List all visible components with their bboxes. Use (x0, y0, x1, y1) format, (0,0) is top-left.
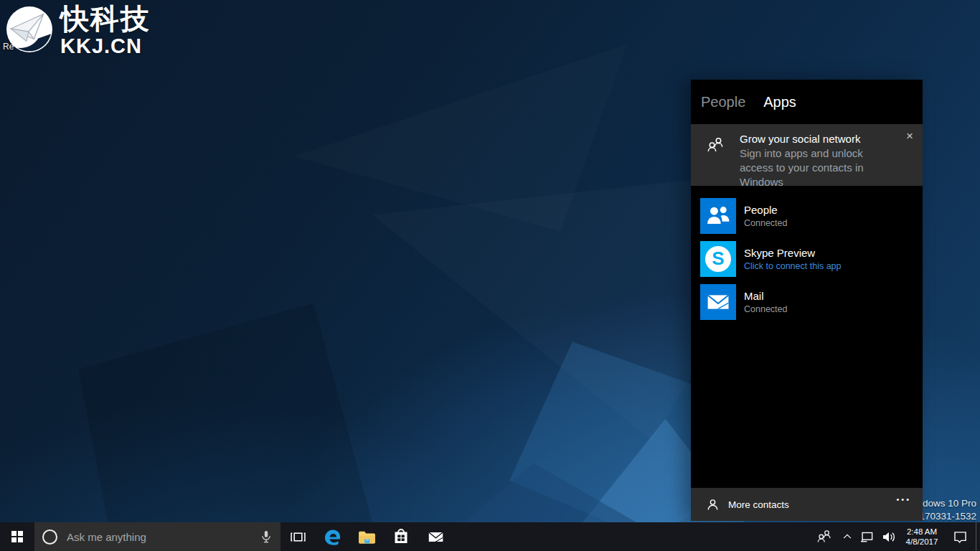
mail-icon (426, 527, 446, 547)
people-silhouettes-icon (704, 202, 732, 230)
brand-title-latin: KKJ.CN (60, 34, 151, 57)
file-explorer-button[interactable] (349, 522, 384, 551)
task-view-icon (289, 528, 307, 546)
grow-network-banner: Grow your social network Sign into apps … (691, 124, 923, 186)
speaker-icon (880, 529, 897, 545)
network-button[interactable] (857, 522, 877, 551)
app-name: Skype Preview (744, 246, 842, 260)
volume-button[interactable] (877, 522, 900, 551)
skype-s-glyph: S (712, 249, 724, 268)
wallpaper-facet (78, 303, 372, 523)
task-view-button[interactable] (281, 522, 315, 551)
taskbar: 2:48 AM 4/8/2017 (0, 522, 980, 551)
clock-time: 2:48 AM (907, 527, 937, 537)
envelope-icon (704, 288, 732, 316)
folder-icon (357, 527, 377, 547)
close-icon[interactable]: × (906, 130, 913, 142)
windows-logo-icon (11, 531, 24, 543)
app-name: People (744, 203, 787, 217)
store-button[interactable] (384, 522, 418, 551)
clock[interactable]: 2:48 AM 4/8/2017 (900, 527, 944, 547)
app-status: Connected (744, 303, 787, 316)
store-icon (392, 527, 410, 546)
tab-people[interactable]: People (701, 94, 745, 110)
app-status: Connected (744, 217, 787, 230)
banner-title: Grow your social network (740, 131, 898, 146)
microphone-icon (258, 529, 274, 545)
tab-apps[interactable]: Apps (763, 94, 796, 110)
skype-circle-icon: S (705, 246, 731, 272)
people-panel-tabs: People Apps (691, 80, 923, 124)
brand-title-cjk: 快科技 (60, 3, 151, 34)
app-name: Mail (744, 289, 787, 303)
tray-people-button[interactable] (811, 522, 838, 551)
kkj-logo-icon (6, 6, 53, 53)
network-ethernet-icon (859, 529, 875, 545)
app-connect-link[interactable]: Click to connect this app (744, 260, 842, 273)
show-desktop-button[interactable] (976, 522, 980, 551)
person-outline-icon (706, 498, 720, 512)
kkj-brand-watermark: 快科技 KKJ.CN (6, 3, 151, 57)
connected-apps-list: People Connected S Skype Preview Click t… (691, 186, 923, 320)
banner-subtitle: Sign into apps and unlock access to your… (740, 146, 898, 189)
see-more-icon[interactable]: ••• (896, 495, 911, 504)
app-row-people[interactable]: People Connected (700, 198, 923, 234)
skype-app-icon: S (700, 241, 736, 277)
microphone-button[interactable] (252, 529, 281, 545)
cortana-search-box[interactable] (34, 522, 281, 551)
tray-people-icon (816, 528, 833, 545)
people-flyout-panel: People Apps Grow your social network Sig… (691, 80, 923, 521)
start-button[interactable] (0, 522, 34, 551)
edge-button[interactable] (315, 522, 349, 551)
cortana-icon (42, 529, 57, 545)
search-input[interactable] (67, 531, 252, 543)
people-app-icon (700, 198, 736, 234)
kkj-brand-text: 快科技 KKJ.CN (60, 3, 151, 57)
app-row-mail[interactable]: Mail Connected (700, 284, 923, 320)
action-center-icon (952, 529, 969, 545)
system-tray: 2:48 AM 4/8/2017 (811, 522, 980, 551)
mail-button[interactable] (418, 522, 453, 551)
app-row-skype[interactable]: S Skype Preview Click to connect this ap… (700, 241, 923, 277)
taskbar-pinned-apps (281, 522, 453, 551)
more-contacts-bar[interactable]: More contacts ••• (691, 488, 923, 521)
two-people-outline-icon (706, 136, 725, 155)
chevron-up-icon (841, 530, 854, 543)
action-center-button[interactable] (944, 522, 976, 551)
desktop: Re 快科技 KKJ.CN Windows 10 Pro se.170331-1… (0, 0, 980, 551)
edge-icon (323, 527, 342, 547)
clock-date: 4/8/2017 (906, 537, 938, 547)
more-contacts-label: More contacts (728, 499, 789, 510)
show-hidden-icons-button[interactable] (838, 522, 857, 551)
mail-app-icon (700, 284, 736, 320)
